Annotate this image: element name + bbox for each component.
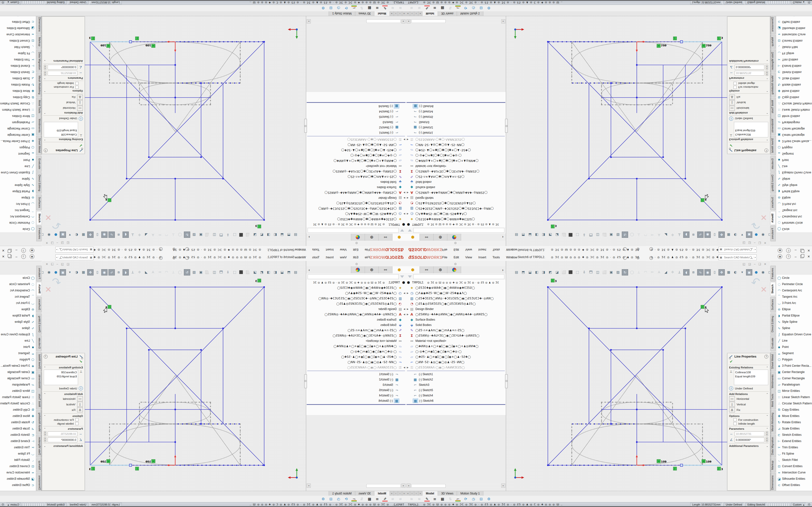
parameter-input[interactable]: 10.88152731: [48, 432, 77, 436]
tool-menu-item[interactable]: ⌒ Tangent Arc: [776, 207, 812, 213]
filter-input[interactable]: [308, 228, 399, 233]
markup-tool-icon[interactable]: ≋: [417, 497, 422, 501]
search-box[interactable]: ▣ ▾: [718, 255, 757, 260]
tool-menu-item[interactable]: ◫ Mirror Entities: [0, 113, 36, 119]
menu-item[interactable]: Insert: [478, 256, 486, 259]
tree-row[interactable]: ✎ ◯Ƨ5·∩✳♟Am◯◉◯mA♟✳∩·Ƨ5◯: [406, 174, 506, 179]
tool-menu-item[interactable]: ⊏ Stretch Entities: [776, 69, 812, 75]
sketch-row[interactable]: ▦ (-) Sketch2: [406, 377, 506, 382]
tab-nav-button[interactable]: «: [406, 491, 410, 496]
relation-item[interactable]: Equal length109: [735, 128, 767, 132]
tab-propertymanager[interactable]: ⚯: [378, 266, 392, 273]
markup-tool-icon[interactable]: ✎: [382, 6, 388, 11]
tool-menu-item[interactable]: ◟ Sketch Fillet: [0, 44, 36, 50]
sketch-row[interactable]: ⌐ (-) Sketch5: [406, 114, 506, 119]
relation-button[interactable]: ⚓: [77, 95, 83, 100]
tool-menu-item[interactable]: ↻ Rotate Entities: [776, 419, 812, 426]
tree-horizontal-scrollbar[interactable]: ◂ ▸: [406, 484, 505, 488]
expand-arrow-icon[interactable]: ▶: [406, 213, 409, 215]
tool-menu-item[interactable]: ◡ 3 Point Arc: [776, 300, 812, 306]
command-tab[interactable]: Weldments: [36, 372, 42, 391]
tree-row[interactable]: ⌐ ◯ИИ◦5Ƨ◦♟◎◯◉◯◎♟◦Ƨ5◦ИИ◯: [406, 359, 506, 365]
restore-button[interactable]: [8, 249, 12, 252]
panel-splitter[interactable]: [505, 374, 508, 388]
tree-row[interactable]: ◔ ◯Ƨ5♟◎Ƨ5ИƷƐƧ5◯◉◯Ƨ5ƷƐИƧ5◎♟Ƨ5◯: [406, 201, 506, 206]
tab-displaymanager[interactable]: [447, 266, 461, 273]
scroll-left-button[interactable]: ◂: [406, 484, 411, 488]
tool-menu-item[interactable]: ⬡ Polygon: [0, 356, 36, 362]
markup-tool-icon[interactable]: ⚙: [320, 497, 326, 501]
filter-input[interactable]: [413, 274, 504, 279]
document-tab[interactable]: 3D Views: [438, 491, 457, 496]
tool-menu-item[interactable]: ▱ Parallelogram: [776, 119, 812, 125]
relations-listbox[interactable]: Collinear108 Equal length109: [734, 370, 768, 385]
parameter-input[interactable]: 10.88152731: [48, 71, 77, 76]
markup-tool-icon[interactable]: ⇅: [359, 497, 364, 501]
command-tab[interactable]: Direct Editing: [36, 172, 42, 193]
user-account-icon[interactable]: ◉: [778, 248, 782, 253]
close-button[interactable]: ✕: [2, 249, 5, 252]
panel-help-icon[interactable]: ?: [764, 355, 768, 358]
tool-menu-item[interactable]: ▭ Corner Rectangle: [776, 125, 812, 132]
tree-row[interactable]: Σ ◯Ƨ5ИИ◎◦✚AUºƷƐ◯◉◯ƷƐºUA✚◦◎ИИƧ5◯: [406, 169, 506, 174]
panel-grip[interactable]: [454, 263, 457, 265]
command-tab[interactable]: Direct Editing: [770, 314, 776, 335]
tool-menu-item[interactable]: ╱ Line: [776, 338, 812, 344]
tool-menu-item[interactable]: ▣ Center Rectangle: [0, 369, 36, 375]
panel-grip[interactable]: [355, 263, 358, 265]
minimize-button[interactable]: –: [15, 249, 17, 252]
command-tab[interactable]: Sheet Metal: [36, 352, 42, 371]
tree-row[interactable]: ★ ◯Ƨ5ƷƐ✚◉⊚WAΦ◯◉◯ΦAW⊚◉✚ƐƷ5Ƨ◯: [406, 217, 506, 222]
add-relation-row[interactable]: | Vertical: [729, 402, 768, 407]
option-row[interactable]: For construction: [44, 418, 79, 421]
tool-menu-item[interactable]: ◫ Mirror Entities: [776, 113, 812, 119]
tab-displaymanager[interactable]: [351, 266, 365, 273]
tree-row[interactable]: ▶ ⚿ ◯Ƨ5ƷƐИИAΛ·◯◉◯·ΛAИИƷƐƧ5◯: [306, 137, 406, 142]
tab-nav-button[interactable]: ‹: [398, 491, 402, 496]
selected-line-handle[interactable]: [129, 464, 132, 466]
tree-row[interactable]: ⌐ ◯ИИ◦5Ƨ◦♟◎◯◉◯◎♟◦Ƨ5◦ИИ◯: [306, 359, 406, 365]
sketch-row[interactable]: ⌐ (-) Sketch1: [306, 130, 406, 135]
collapse-caret-icon[interactable]: ⌃: [44, 428, 46, 430]
tree-row[interactable]: ▶ ⚿ ◯Ƨ5ƷƐИИAΛ·◯◉◯·ΛAИИƷƐƧ5◯: [406, 365, 506, 370]
tab-nav-button[interactable]: ›: [414, 491, 418, 496]
tab-propertymanager[interactable]: ⚯: [420, 266, 434, 273]
add-relation-row[interactable]: | Vertical: [729, 100, 768, 105]
scroll-thumb[interactable]: [411, 484, 446, 488]
command-tab[interactable]: Sketch: [770, 211, 776, 225]
document-tab[interactable]: Model: [374, 11, 390, 16]
menu-item[interactable]: Edit: [454, 256, 459, 259]
tool-menu-item[interactable]: ◈ 3 Point Center Recta...: [776, 138, 812, 145]
panel-help-icon[interactable]: ?: [44, 355, 48, 358]
tool-menu-item[interactable]: ◠ Centerpoint Arc: [0, 213, 36, 220]
tool-menu-item[interactable]: ∫ Equation Driven Curve: [0, 331, 36, 338]
tab-nav-button[interactable]: »: [418, 491, 422, 496]
menu-item[interactable]: Insert: [478, 248, 486, 251]
tree-row[interactable]: ▶ A ◯Ƨ5ИИ◎◦✚A✚◎ИИA◯◉◯AИИ◎✚A✚◦◎ИИƧ5◯: [406, 312, 506, 317]
menu-item[interactable]: Edit: [353, 248, 358, 251]
relation-item[interactable]: Equal length109: [45, 128, 77, 132]
menu-item[interactable]: Edit: [353, 256, 358, 259]
tool-menu-item[interactable]: ◗ Partial Ellipse: [776, 188, 812, 194]
help-button[interactable]: ?: [786, 248, 791, 253]
scroll-left-button[interactable]: ◂: [406, 19, 411, 24]
tool-menu-item[interactable]: ∷ Linear Sketch Pattern: [776, 107, 812, 113]
tree-row[interactable]: ▶ ⚿ ◯Ƨ5ƷƐИИAΛ·◯◉◯·ΛAИИƷƐƧ5◯: [306, 365, 406, 370]
markup-tool-icon[interactable]: ≋: [398, 6, 403, 11]
tree-row[interactable]: ▶ A ◯Ƨ5ИИ◎◦✚A✚◎ИИA◯◉◯AИИ◎✚A✚◦◎ИИƧ5◯: [406, 190, 506, 195]
expand-arrow-icon[interactable]: ▶: [403, 313, 406, 316]
tree-row[interactable]: Σ ◯Ƨ5ИИ◎◦✚AUºƷƐ◯◉◯ƷƐºUA✚◦◎ИИƧ5◯: [406, 333, 506, 338]
expand-arrow-icon[interactable]: ▶: [406, 308, 409, 310]
collapse-caret-icon[interactable]: ⌃: [766, 366, 768, 369]
markup-tool-icon[interactable]: ≋: [417, 6, 422, 11]
tool-menu-item[interactable]: ⑉ Segment: [776, 151, 812, 157]
add-relation-row[interactable]: — Horizontal: [44, 396, 83, 401]
tool-menu-item[interactable]: ✂ Trim Entities: [776, 444, 812, 451]
custom-dropdown[interactable]: Custom▴: [791, 503, 806, 507]
add-relation-row[interactable]: — Horizontal: [729, 106, 768, 111]
command-tab[interactable]: Surfaces: [770, 194, 776, 210]
markup-tool-icon[interactable]: ⟳: [344, 6, 349, 11]
checkbox[interactable]: [75, 86, 79, 89]
tree-row[interactable]: ✎ ◯Ƨ5·∩✳♟Am◯◉◯mA♟✳∩·Ƨ5◯: [406, 328, 506, 333]
tree-row[interactable]: ✎ ◯Ƨ5·∩✳♟Am◯◉◯mA♟✳∩·Ƨ5◯: [306, 328, 406, 333]
